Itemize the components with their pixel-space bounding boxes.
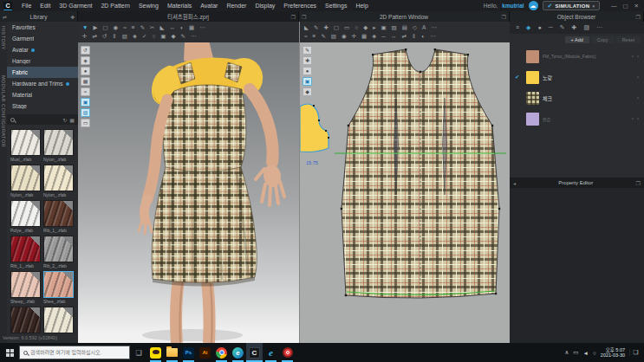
pin-icon[interactable]: ◉ — [114, 23, 119, 32]
library-item-hanger[interactable]: Hanger — [7, 55, 78, 67]
username-link[interactable]: kmutrial — [502, 3, 524, 9]
grid-view-icon[interactable]: ▣ — [160, 32, 166, 41]
fabric-swatch-musl-zfab[interactable]: Musl_.zfab — [10, 129, 41, 162]
menu-render[interactable]: Render — [222, 0, 250, 11]
unfold-icon[interactable]: ⇕ — [412, 32, 416, 41]
popout-icon[interactable]: ❐ — [636, 180, 641, 186]
notch-icon[interactable]: ▸ — [373, 23, 375, 32]
tab-modular-configurator[interactable]: MODULAR CONFIGURATOR — [1, 75, 6, 147]
rotate-icon[interactable]: ↺ — [102, 32, 107, 41]
project-file-tab[interactable]: 티셔츠원피스.zprj ❐ — [78, 11, 299, 22]
show-seams-icon[interactable]: ≈ — [81, 87, 90, 96]
more-icon[interactable]: ⋯ — [199, 23, 205, 32]
sew-segment-icon[interactable]: ≈ — [304, 32, 308, 41]
library-item-garment[interactable]: Garment — [7, 33, 78, 44]
texture-editor-icon[interactable]: ▦ — [361, 32, 367, 41]
reset-view-icon[interactable]: ↺ — [81, 46, 90, 55]
library-search-bar[interactable]: ↻▦ — [7, 114, 78, 125]
fabric-action-icon[interactable]: ▫ — [637, 54, 639, 59]
minimize-button[interactable]: — — [611, 0, 617, 11]
edit-pattern-icon[interactable]: ✎ — [314, 23, 318, 32]
popout-icon[interactable]: ❐ — [291, 14, 296, 20]
show-avatar-icon[interactable]: ● — [81, 67, 90, 75]
dock-icon[interactable]: ⇄ — [3, 14, 7, 20]
simulation-button[interactable]: ✔ SIMULATION ▾ — [543, 1, 600, 10]
more-icon[interactable]: ⋯ — [431, 23, 437, 32]
thick-texture-icon[interactable]: ▨ — [81, 108, 90, 117]
volume-icon[interactable]: ◄ — [582, 350, 588, 356]
fabric-swatch-shee-zfab[interactable]: Shee_.zfab — [43, 271, 74, 304]
more-icon[interactable]: ⋯ — [191, 32, 197, 41]
popout-icon[interactable]: ❐ — [302, 14, 306, 20]
taskbar-app-file-explorer[interactable] — [164, 343, 180, 362]
seam-allowance-icon[interactable]: ▣ — [381, 23, 386, 32]
material-icon[interactable]: ◈ — [133, 32, 137, 41]
fabric-swatch-wool-zfab[interactable]: Wool_.zfab — [10, 307, 41, 334]
fabric-action-icon[interactable]: ▫ — [637, 74, 639, 80]
show-info-icon[interactable]: ● — [302, 67, 312, 75]
taskbar-app-internet-explorer[interactable]: e — [263, 343, 279, 362]
taskbar-app-kakaotalk[interactable] — [147, 343, 164, 362]
property-editor-header[interactable]: ◂ Property Editor ❐ — [510, 178, 644, 188]
chevron-up-icon[interactable]: ∧ — [565, 349, 569, 356]
fabric-color-swatch[interactable] — [526, 92, 539, 105]
taskbar-app-chrome[interactable] — [213, 343, 230, 362]
2d-viewport[interactable]: ◣✎✚▢▭○◆▸▣▨▤◇A⋯ ≈≡✎▧◉✛▦◈─↔⇄⇕◐⋯ ✎✚●▣◆ 15.7… — [299, 22, 510, 343]
menu-preferences[interactable]: Preferences — [279, 0, 321, 11]
taskbar-search[interactable] — [19, 346, 130, 359]
refresh-icon[interactable]: ↻ — [62, 118, 67, 123]
close-button[interactable]: ✕ — [634, 0, 639, 11]
add-point-icon[interactable]: ✚ — [323, 23, 328, 32]
tack-icon[interactable]: ✛ — [352, 32, 356, 41]
gizmo-icon[interactable]: ✛ — [82, 32, 87, 41]
search-input[interactable] — [30, 350, 126, 355]
add-icon[interactable]: ✚ — [70, 14, 75, 20]
show-grid-icon[interactable]: ◆ — [302, 87, 312, 96]
show-floor-icon[interactable]: ▭ — [81, 119, 90, 127]
clo-logo-icon[interactable]: C — [3, 2, 12, 10]
sphere-view-icon[interactable]: ○ — [152, 32, 155, 41]
trace-icon[interactable]: ▨ — [392, 23, 397, 32]
menu-icon[interactable]: ≡ — [516, 23, 519, 32]
show-mesh-icon[interactable]: ▦ — [81, 77, 90, 86]
garment-icon[interactable]: ◈ — [526, 23, 530, 32]
menu-2d-pattern[interactable]: 2D Pattern — [96, 0, 133, 11]
sew-free-icon[interactable]: ≡ — [132, 23, 135, 32]
scale-icon[interactable]: ⇕ — [112, 32, 116, 41]
fabric-color-swatch[interactable] — [526, 71, 539, 84]
display-icon[interactable]: ▭ — [573, 349, 578, 356]
add-fabric-button[interactable]: + Add — [565, 36, 589, 43]
library-item-stage[interactable]: Stage — [7, 100, 78, 112]
fabric-action-icon[interactable]: ▫ — [632, 54, 634, 59]
start-button[interactable] — [0, 343, 19, 362]
texture-view-icon[interactable]: ▣ — [302, 77, 312, 86]
avatar-icon[interactable]: ● — [537, 23, 541, 32]
task-view-button[interactable]: ❏ — [130, 349, 147, 357]
fabric-row-fm-torso-module-fabric[interactable]: FM_Torso_(Module_Fabric)▫▫ — [510, 46, 644, 67]
menu-sewing[interactable]: Sewing — [134, 0, 163, 11]
taskbar-clock[interactable]: 오후 5:07 2021-03-30 — [601, 347, 625, 359]
library-item-fabric[interactable]: Fabric — [7, 67, 78, 78]
circle-icon[interactable]: ○ — [355, 23, 358, 32]
fabric-row-노랑[interactable]: ✔노랑▫ — [510, 67, 644, 87]
dart-icon[interactable]: ◆ — [363, 23, 368, 32]
popout-icon[interactable]: ❐ — [636, 14, 641, 20]
paint-icon[interactable]: ✎ — [181, 32, 185, 41]
fabric-row-안감[interactable]: 안감▫▫ — [510, 108, 644, 129]
popout-icon[interactable]: ❐ — [502, 14, 506, 20]
strain-map-icon[interactable]: ✓ — [142, 32, 146, 41]
pattern-piece-sleeve-partial[interactable] — [300, 94, 333, 157]
fabric-color-swatch[interactable] — [526, 113, 539, 126]
library-item-material[interactable]: Material — [7, 89, 78, 100]
maximize-button[interactable]: ▢ — [622, 0, 628, 11]
fabric-row-체크[interactable]: 체크▫ — [510, 87, 644, 108]
copy-fabric-button[interactable]: Copy — [591, 36, 615, 43]
taskbar-app-photoshop[interactable]: Ps — [180, 343, 197, 362]
avatar-tape-icon[interactable]: ◐ — [180, 23, 184, 32]
show-sewing-icon[interactable]: ◐ — [421, 32, 425, 41]
taskbar-app-illustrator[interactable]: Ai — [197, 343, 213, 362]
show-garment-icon[interactable]: ◈ — [81, 56, 90, 65]
fold-arrangement-icon[interactable]: ◣ — [160, 23, 165, 32]
fabric-swatch-sheep-zfab[interactable]: Sheep_.zfab — [10, 271, 41, 304]
fabric-swatch-rib-1-zfab[interactable]: Rib_1_.zfab — [43, 200, 74, 233]
